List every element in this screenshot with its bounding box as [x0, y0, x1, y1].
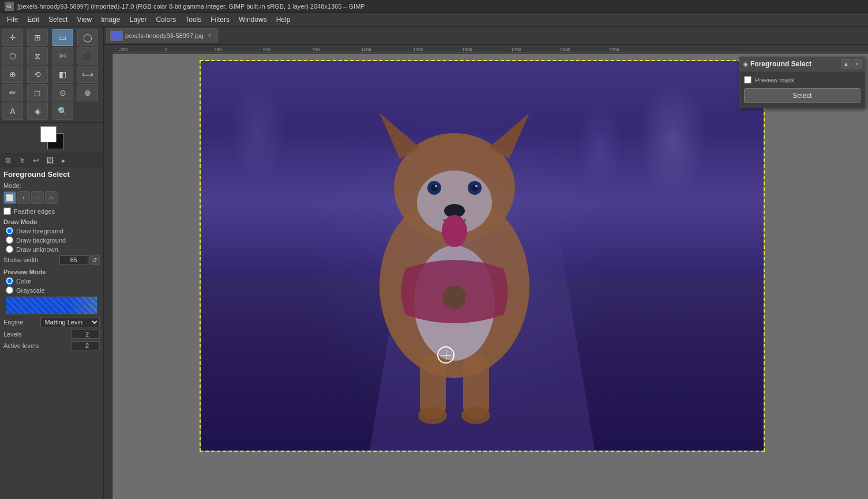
- fg-select-title-bar: ◈ Foreground Select ▲ ×: [739, 57, 865, 71]
- feather-edges-checkbox[interactable]: [3, 207, 11, 215]
- image-tab-thumb: [110, 31, 123, 41]
- active-levels-input[interactable]: [71, 341, 100, 350]
- preview-grayscale-label: Grayscale: [16, 287, 45, 294]
- tab-images[interactable]: 🖼: [44, 154, 55, 166]
- move-tool-btn[interactable]: ✛: [2, 29, 23, 46]
- paintbrush-tool-btn[interactable]: ✏: [2, 84, 23, 101]
- menu-colors[interactable]: Colors: [152, 14, 181, 25]
- image-tab-corgi[interactable]: pexels-hnoody93-58997.jpg ×: [106, 28, 218, 43]
- draw-foreground-radio[interactable]: [6, 227, 13, 235]
- mode-add-btn[interactable]: +: [17, 191, 30, 204]
- draw-background-row: Draw background: [6, 236, 100, 244]
- transform-tool-btn[interactable]: ⟲: [27, 66, 48, 83]
- app-icon: G: [5, 2, 14, 11]
- fg-panel-expand-btn[interactable]: ▲: [841, 59, 851, 69]
- preview-color-radio[interactable]: [6, 277, 13, 285]
- preview-mask-checkbox[interactable]: [744, 76, 751, 84]
- clone-tool-btn[interactable]: ⊙: [52, 84, 73, 101]
- levels-input[interactable]: [71, 330, 100, 339]
- canvas-area: pexels-hnoody93-58997.jpg × -250 0 250 5…: [104, 27, 868, 499]
- preview-color-row: Color: [6, 277, 100, 285]
- feather-edges-label: Feather edges: [14, 208, 55, 215]
- canvas-view[interactable]: ◈ Foreground Select ▲ × Preview mask Sel…: [113, 54, 868, 499]
- draw-unknown-label: Draw unknown: [16, 246, 58, 253]
- fg-panel-actions: ▲ ×: [841, 59, 862, 69]
- menu-edit[interactable]: Edit: [22, 14, 44, 25]
- stroke-width-reset-btn[interactable]: ↺: [89, 255, 100, 265]
- heal-tool-btn[interactable]: ⊛: [77, 84, 98, 101]
- ruler-top-svg: -250 0 250 500 750 1000 1250 1500 1750 2…: [113, 45, 868, 54]
- image-tab-name: pexels-hnoody93-58997.jpg: [125, 32, 204, 39]
- tool-icons-grid: ✛ ⊞ ▭ ◯ ⬡ ⧖ ✄ ⬛ ⊕ ⟲ ◧ ⟺ ✏ ◻ ⊙ ⊛ A ◈ 🔍: [0, 27, 103, 123]
- menu-select[interactable]: Select: [44, 14, 72, 25]
- fg-panel-title: Foreground Select: [750, 60, 841, 68]
- menu-layer[interactable]: Layer: [125, 14, 152, 25]
- tool-options-panel: Foreground Select Mode: ⬜ + − ∩ Feather …: [0, 167, 103, 499]
- engine-select[interactable]: Matting Levin Matting Global: [40, 317, 100, 327]
- rect-select-tool-btn[interactable]: ▭: [52, 29, 73, 46]
- ruler-left: [104, 54, 113, 499]
- mode-buttons: ⬜ + − ∩: [3, 191, 100, 204]
- mode-row: Mode:: [3, 182, 100, 189]
- mode-label: Mode:: [3, 182, 21, 189]
- align-tool-btn[interactable]: ⊞: [27, 29, 48, 46]
- select-button[interactable]: Select: [744, 88, 861, 103]
- menu-help[interactable]: Help: [272, 14, 295, 25]
- zoom-tool-btn[interactable]: 🔍: [52, 103, 73, 120]
- panels-expand[interactable]: ▸: [58, 154, 69, 166]
- stroke-width-label: Stroke width: [3, 256, 59, 263]
- brush-preview: [6, 296, 97, 315]
- menu-tools[interactable]: Tools: [181, 14, 206, 25]
- preview-mask-label: Preview mask: [755, 77, 794, 84]
- stroke-width-input[interactable]: [59, 255, 88, 264]
- mode-replace-btn[interactable]: ⬜: [3, 191, 16, 204]
- tab-tool-options[interactable]: ⚙: [2, 154, 14, 166]
- menu-bar: File Edit Select View Image Layer Colors…: [0, 13, 868, 27]
- ruler-left-svg: [104, 54, 113, 499]
- svg-text:250: 250: [214, 47, 222, 52]
- engine-row: Engine Matting Levin Matting Global: [3, 317, 100, 327]
- swatch-container: [40, 126, 63, 149]
- draw-unknown-radio[interactable]: [6, 245, 13, 253]
- mode-intersect-btn[interactable]: ∩: [45, 191, 58, 204]
- image-canvas: [200, 60, 765, 452]
- preview-mask-row: Preview mask: [744, 76, 861, 84]
- svg-text:750: 750: [312, 47, 320, 52]
- foreground-swatch[interactable]: [40, 126, 57, 142]
- fg-select-tool-btn[interactable]: ⬛: [77, 47, 98, 65]
- mode-subtract-btn[interactable]: −: [31, 191, 44, 204]
- levels-label: Levels: [3, 331, 71, 338]
- menu-filters[interactable]: Filters: [206, 14, 234, 25]
- title-bar: G [pexels-hnoody93-58997] (imported)-17.…: [0, 0, 868, 13]
- svg-text:2000: 2000: [560, 47, 570, 52]
- scissors-tool-btn[interactable]: ✄: [52, 47, 73, 65]
- tool-options-title: Foreground Select: [3, 170, 100, 179]
- perspective-tool-btn[interactable]: ◧: [52, 66, 73, 83]
- menu-view[interactable]: View: [72, 14, 96, 25]
- window-title: [pexels-hnoody93-58997] (imported)-17.0 …: [17, 3, 365, 10]
- draw-foreground-row: Draw foreground: [6, 227, 100, 235]
- draw-background-radio[interactable]: [6, 236, 13, 244]
- text-tool-btn[interactable]: A: [2, 103, 23, 120]
- menu-windows[interactable]: Windows: [234, 14, 272, 25]
- free-select-tool-btn[interactable]: ⬡: [2, 47, 23, 65]
- image-tab-close[interactable]: ×: [206, 32, 214, 40]
- color-picker-tool-btn[interactable]: ◈: [27, 103, 48, 120]
- color-swatches: [0, 123, 103, 153]
- fuzzy-select-tool-btn[interactable]: ⧖: [27, 47, 48, 65]
- svg-text:500: 500: [263, 47, 271, 52]
- menu-file[interactable]: File: [2, 14, 22, 25]
- engine-label: Engine: [3, 319, 40, 326]
- crop-tool-btn[interactable]: ⊕: [2, 66, 23, 83]
- fg-panel-close-btn[interactable]: ×: [852, 59, 862, 69]
- preview-grayscale-radio[interactable]: [6, 286, 13, 294]
- tab-undo-history[interactable]: ↩: [30, 154, 42, 166]
- menu-image[interactable]: Image: [96, 14, 125, 25]
- tab-device-status[interactable]: 🖱: [16, 154, 28, 166]
- levels-row: Levels: [3, 330, 100, 339]
- flip-tool-btn[interactable]: ⟺: [77, 66, 98, 83]
- svg-text:1000: 1000: [361, 47, 371, 52]
- ellipse-select-tool-btn[interactable]: ◯: [77, 29, 98, 46]
- eraser-tool-btn[interactable]: ◻: [27, 84, 48, 101]
- draw-mode-label: Draw Mode: [3, 218, 100, 225]
